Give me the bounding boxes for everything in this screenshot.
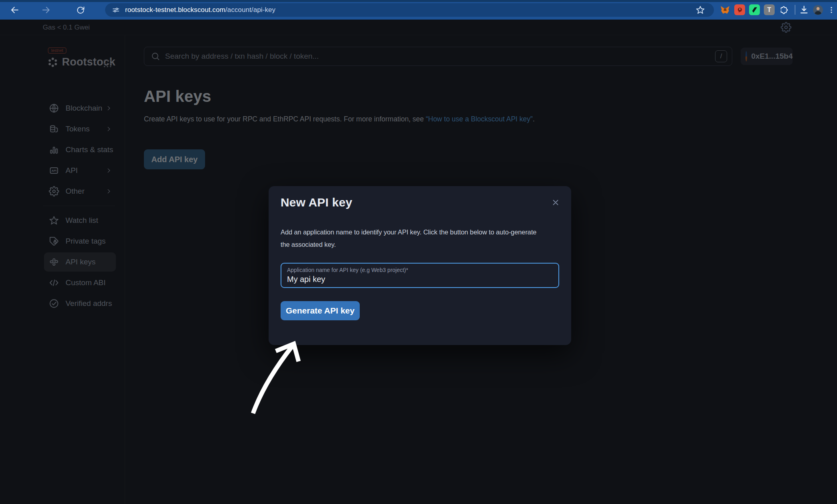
browser-reload-button[interactable] — [74, 4, 86, 16]
application-name-label: Application name for API key (e.g Web3 p… — [287, 267, 408, 273]
close-icon — [551, 198, 560, 207]
kebab-menu-icon — [827, 6, 835, 14]
puzzle-icon — [779, 5, 789, 15]
url-path: /account/api-key — [225, 6, 275, 14]
browser-profile-button[interactable] — [813, 4, 823, 15]
browser-downloads-button[interactable] — [799, 4, 809, 15]
profile-avatar — [813, 4, 823, 16]
extension-red[interactable] — [734, 4, 745, 15]
extension-tampermonkey[interactable]: T — [764, 4, 775, 15]
url-text[interactable]: rootstock-testnet.blockscout.com/account… — [125, 6, 275, 14]
application-name-field[interactable]: Application name for API key (e.g Web3 p… — [281, 263, 559, 288]
browser-forward-button[interactable] — [40, 4, 52, 16]
url-domain: rootstock-testnet.blockscout.com — [125, 6, 225, 14]
metamask-fox-icon — [720, 5, 730, 15]
bookmark-star-icon[interactable] — [696, 5, 705, 15]
modal-title: New API key — [281, 196, 353, 209]
new-api-key-modal: New API key Add an application name to i… — [269, 186, 571, 345]
modal-description: Add an application name to identify your… — [281, 226, 560, 251]
modal-close-button[interactable] — [550, 196, 562, 208]
screen: rootstock-testnet.blockscout.com/account… — [0, 0, 837, 504]
extension-metamask[interactable] — [719, 4, 730, 15]
application-name-input[interactable] — [287, 275, 551, 284]
browser-toolbar: rootstock-testnet.blockscout.com/account… — [0, 0, 837, 20]
toolbar-separator — [795, 5, 795, 15]
browser-top-strip — [0, 0, 837, 2]
address-bar[interactable]: rootstock-testnet.blockscout.com/account… — [105, 3, 714, 17]
browser-back-button[interactable] — [9, 4, 21, 16]
back-arrow-icon — [10, 5, 20, 15]
annotation-arrow — [240, 317, 312, 421]
reload-icon — [76, 6, 85, 15]
browser-menu-button[interactable] — [826, 4, 837, 15]
download-icon — [799, 5, 809, 15]
blockscout-page: Gas < 0.1 Gwei testnet Rootstock Blockch… — [0, 20, 837, 504]
modal-description-line1: Add an application name to identify your… — [281, 226, 560, 238]
extension-green[interactable] — [749, 4, 760, 15]
green-extension-icon — [751, 6, 758, 14]
browser-extensions-button[interactable] — [778, 4, 789, 15]
forward-arrow-icon — [41, 5, 51, 15]
red-extension-icon — [736, 6, 743, 14]
t-extension-label: T — [767, 6, 771, 14]
site-settings-icon[interactable] — [112, 6, 120, 14]
modal-description-line2: the associated key. — [281, 238, 560, 251]
